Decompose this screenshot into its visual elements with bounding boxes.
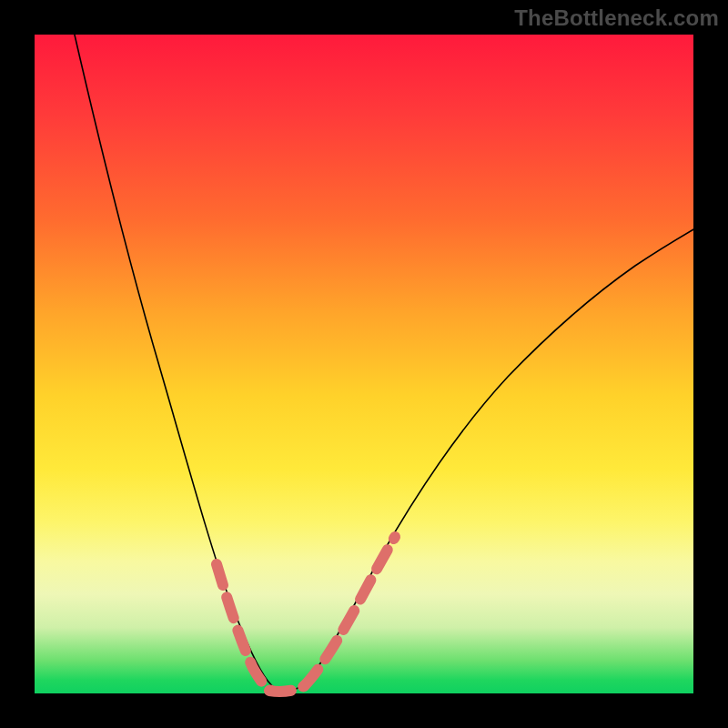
bottleneck-curve — [74, 31, 695, 692]
chart-frame: TheBottleneck.com — [0, 0, 728, 728]
dash-right-arm — [304, 537, 395, 686]
plot-area — [35, 35, 693, 693]
watermark-text: TheBottleneck.com — [514, 5, 719, 31]
curve-svg — [35, 35, 693, 693]
dash-left-arm — [217, 564, 271, 691]
